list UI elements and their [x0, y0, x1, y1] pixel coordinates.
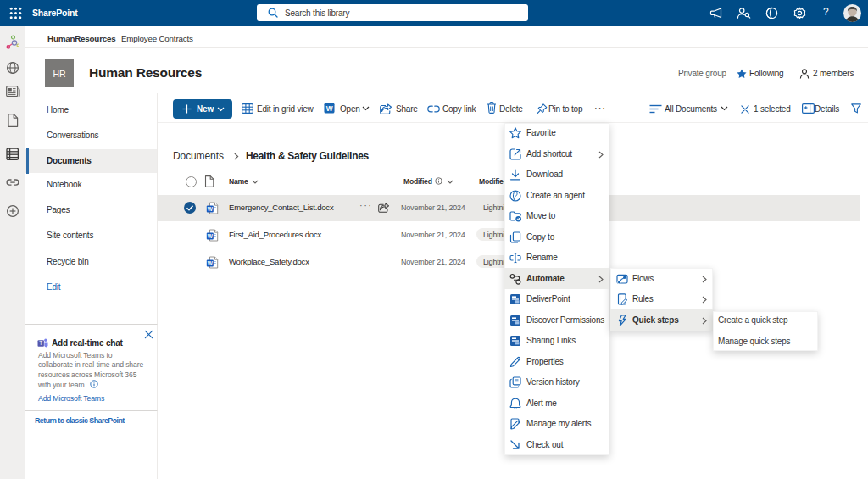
svg-text:T: T — [39, 340, 42, 346]
svg-text:W: W — [326, 104, 333, 113]
